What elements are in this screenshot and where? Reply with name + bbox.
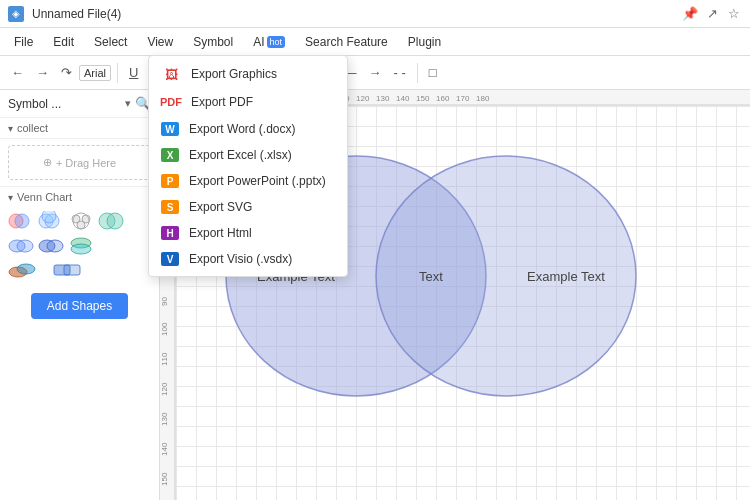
venn-preview-6[interactable]	[38, 235, 64, 255]
pin-icon[interactable]: 📌	[682, 6, 698, 22]
menu-edit[interactable]: Edit	[43, 31, 84, 53]
venn-preview-7[interactable]	[68, 235, 94, 255]
venn-chevron: ▾	[8, 192, 13, 203]
venn-center-text: Text	[419, 269, 443, 284]
svg-text:160: 160	[436, 94, 450, 103]
export-pptx-label: Export PowerPoint (.pptx)	[189, 174, 326, 188]
svg-text:90: 90	[160, 297, 169, 306]
title-bar: ◈ Unnamed File(4) 📌 ↗ ☆	[0, 0, 750, 28]
sidebar-chevron[interactable]: ▾	[125, 97, 131, 110]
main-layout: Symbol ... ▾ 🔍 ▾ collect ⊕ + Drag Here ▾…	[0, 90, 750, 500]
export-visio-icon: V	[161, 252, 179, 266]
venn-preview-4[interactable]	[98, 211, 124, 231]
svg-text:Text: Text	[419, 269, 443, 284]
drag-here-area[interactable]: ⊕ + Drag Here	[8, 145, 151, 180]
export-excel-label: Export Excel (.xlsx)	[189, 148, 292, 162]
menu-plugin[interactable]: Plugin	[398, 31, 451, 53]
venn-preview-2[interactable]	[38, 211, 64, 231]
menu-view[interactable]: View	[137, 31, 183, 53]
svg-text:120: 120	[160, 382, 169, 396]
export-graphics-label: Export Graphics	[191, 67, 277, 81]
underline-btn[interactable]: U	[124, 62, 143, 83]
export-word-item[interactable]: W Export Word (.docx)	[149, 116, 347, 142]
svg-point-4	[42, 211, 56, 223]
svg-text:180: 180	[476, 94, 490, 103]
collect-section[interactable]: ▾ collect	[0, 118, 159, 139]
drag-plus-icon: ⊕	[43, 156, 52, 169]
dashed-btn[interactable]: - -	[388, 62, 410, 83]
sidebar-header: Symbol ... ▾ 🔍	[0, 90, 159, 118]
window-title: Unnamed File(4)	[32, 7, 674, 21]
export-svg-icon: S	[161, 200, 179, 214]
export-excel-icon: X	[161, 148, 179, 162]
svg-text:140: 140	[396, 94, 410, 103]
star-icon[interactable]: ☆	[726, 6, 742, 22]
collect-label: collect	[17, 122, 48, 134]
venn-shapes-grid	[0, 207, 159, 287]
share-icon[interactable]: ↗	[704, 6, 720, 22]
sidebar: Symbol ... ▾ 🔍 ▾ collect ⊕ + Drag Here ▾…	[0, 90, 160, 500]
collect-chevron: ▾	[8, 123, 13, 134]
redo-btn[interactable]: ↷	[56, 62, 77, 83]
arrow-btn[interactable]: →	[363, 62, 386, 83]
shape-row-2	[8, 235, 151, 255]
menu-file[interactable]: File	[4, 31, 43, 53]
menu-symbol[interactable]: Symbol	[183, 31, 243, 53]
export-svg-label: Export SVG	[189, 200, 252, 214]
font-select[interactable]: Arial	[79, 65, 111, 81]
svg-text:Example Text: Example Text	[527, 269, 605, 284]
drag-area-container: ⊕ + Drag Here	[0, 139, 159, 187]
export-graphics-icon: 🖼	[161, 66, 181, 82]
svg-point-1	[15, 214, 29, 228]
svg-point-14	[47, 240, 63, 252]
venn-right-text: Example Text	[527, 269, 605, 284]
export-excel-item[interactable]: X Export Excel (.xlsx)	[149, 142, 347, 168]
venn-preview-9[interactable]	[52, 259, 92, 279]
export-pdf-label: Export PDF	[191, 95, 253, 109]
svg-text:130: 130	[160, 412, 169, 426]
toolbar: ← → ↷ Arial U A I ≡ ⊟ T ◇ ✏ ⌐¬ — → - - □	[0, 56, 750, 90]
menu-select[interactable]: Select	[84, 31, 137, 53]
export-html-label: Export Html	[189, 226, 252, 240]
toolbar-separator	[117, 63, 118, 83]
svg-rect-20	[64, 265, 80, 275]
export-html-item[interactable]: H Export Html	[149, 220, 347, 246]
svg-point-18	[17, 264, 35, 274]
shape-row-1	[8, 211, 151, 231]
export-pptx-item[interactable]: P Export PowerPoint (.pptx)	[149, 168, 347, 194]
sidebar-title: Symbol ...	[8, 97, 121, 111]
window-controls: 📌 ↗ ☆	[682, 6, 742, 22]
export-svg-item[interactable]: S Export SVG	[149, 194, 347, 220]
back-btn[interactable]: ←	[6, 62, 29, 83]
svg-text:150: 150	[416, 94, 430, 103]
export-word-icon: W	[161, 122, 179, 136]
svg-point-8	[77, 221, 85, 229]
venn-preview-1[interactable]	[8, 211, 34, 231]
svg-point-16	[71, 244, 91, 254]
export-graphics-item[interactable]: 🖼 Export Graphics	[149, 60, 347, 88]
svg-point-12	[17, 240, 33, 252]
ai-badge: hot	[267, 36, 286, 48]
export-pdf-icon: PDF	[161, 94, 181, 110]
svg-text:120: 120	[356, 94, 370, 103]
export-word-label: Export Word (.docx)	[189, 122, 295, 136]
venn-preview-5[interactable]	[8, 235, 34, 255]
export-pptx-icon: P	[161, 174, 179, 188]
venn-section[interactable]: ▾ Venn Chart	[0, 187, 159, 207]
app-icon: ◈	[8, 6, 24, 22]
export-visio-label: Export Visio (.vsdx)	[189, 252, 292, 266]
add-shapes-button[interactable]: Add Shapes	[31, 293, 128, 319]
menu-ai[interactable]: AI hot	[243, 31, 295, 53]
export-pdf-item[interactable]: PDF Export PDF	[149, 88, 347, 116]
export-visio-item[interactable]: V Export Visio (.vsdx)	[149, 246, 347, 272]
svg-text:110: 110	[160, 352, 169, 366]
venn-preview-8[interactable]	[8, 259, 48, 279]
svg-text:130: 130	[376, 94, 390, 103]
forward-btn[interactable]: →	[31, 62, 54, 83]
svg-text:100: 100	[160, 322, 169, 336]
export-dropdown-menu: 🖼 Export Graphics PDF Export PDF W Expor…	[148, 55, 348, 277]
export-html-icon: H	[161, 226, 179, 240]
menu-search-feature[interactable]: Search Feature	[295, 31, 398, 53]
more-btn[interactable]: □	[424, 62, 442, 83]
venn-preview-3[interactable]	[68, 211, 94, 231]
